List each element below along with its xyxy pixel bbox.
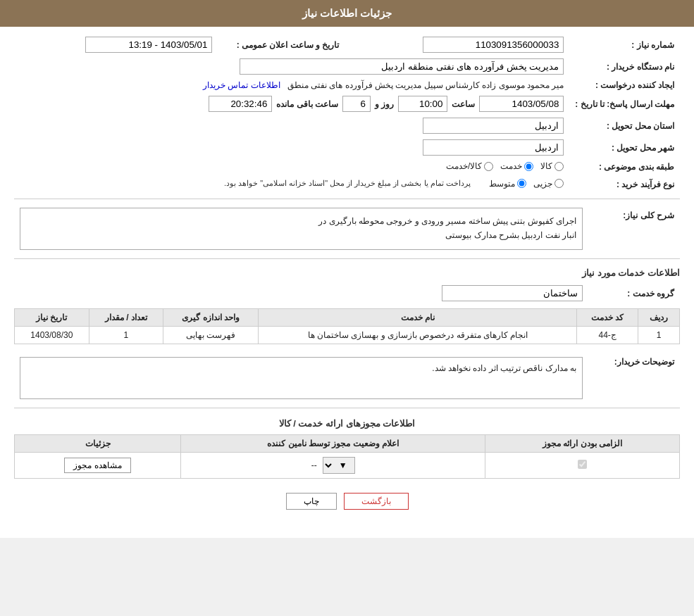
cell-vaziat-td: ▼ -- [181,453,485,479]
rooz-input[interactable] [342,96,371,112]
cell-nam-khedmat: انجام کارهای متفرقه درخصوص بازسازی و بهس… [259,327,577,344]
tabaqe-khedmat-label: خدمت [500,161,522,171]
col-kod-khedmat: کد خدمت [577,309,638,327]
row-nam-dastgah: نام دستگاه خریدار : [14,56,680,77]
col-nam-khedmat: نام خدمت [259,309,577,327]
col-tarikh: تاریخ نیاز [15,309,89,327]
baghi-mande-input[interactable] [209,96,272,112]
license-row: ▼ -- مشاهده مجوز [15,453,680,479]
nave-jozei-item[interactable]: جزیی [533,179,564,189]
goroh-khedmat-value [14,282,588,304]
tabaqe-radio-group: کالا خدمت کالا/خدمت [446,161,564,171]
ostan-tahvil-value [14,115,569,137]
services-data-table: ردیف کد خدمت نام خدمت واحد اندازه گیری ت… [14,308,680,344]
nam-dastgah-value [14,56,569,77]
sharh-niaz-value: اجرای کفپوش بتنی پیش ساخته مسیر ورودی و … [14,205,588,253]
elzami-checkbox [578,460,587,469]
tabaqe-khedmat-item[interactable]: خدمت [500,161,533,171]
nave-farayand-radio-group: جزیی متوسط پرداخت تمام یا بخشی از مبلغ خ… [224,179,564,189]
tavezihat-box: به مدارک ناقص ترتیب اثر داده نخواهد شد. [20,357,583,399]
row-tavezihat: توضیحات خریدار: به مدارک ناقص ترتیب اثر … [14,351,680,402]
tarikh-main-input[interactable] [479,96,564,112]
row-mohlat: مهلت ارسال پاسخ: تا تاریخ : ساعت روز و س… [14,93,680,115]
main-content: شماره نیاز : تاریخ و ساعت اعلان عمومی : … [0,27,694,517]
tavezihat-text: به مدارک ناقص ترتیب اثر داده نخواهد شد. [432,363,576,373]
tavezihat-label: توضیحات خریدار: [588,351,680,402]
mohlat-value: ساعت روز و ساعت باقی مانده [14,93,569,115]
goroh-khedmat-input[interactable] [442,285,583,301]
ijad-konande-text: میر محمود موسوی زاده کارشناس سپیل مدیریت… [287,80,564,90]
tavezihat-value: به مدارک ناقص ترتیب اثر داده نخواهد شد. [14,351,588,402]
tabaqe-kala-radio[interactable] [554,162,564,171]
col-radif: ردیف [638,309,680,327]
cell-elzami [485,453,680,479]
shomare-niaz-label: شماره نیاز : [569,34,680,56]
view-license-button[interactable]: مشاهده مجوز [64,458,130,473]
tabaqe-kala-item[interactable]: کالا [540,161,564,171]
page-title: جزئیات اطلاعات نیاز [302,7,392,19]
goroh-khedmat-label: گروه خدمت : [588,282,680,304]
rooz-label: روز و [375,99,394,109]
tabaqe-kala-label: کالا [540,161,552,171]
ostan-tahvil-label: استان محل تحویل : [569,115,680,137]
col-elzami: الزامی بودن ارائه مجوز [485,435,680,453]
sharh-line2: انبار نفت اردبیل بشرح مدارک بیوستی [26,228,576,242]
tabaqe-value: کالا خدمت کالا/خدمت [14,158,569,176]
print-button[interactable]: چاپ [286,493,337,510]
sharh-niaz-box: اجرای کفپوش بتنی پیش ساخته مسیر ورودی و … [20,208,583,250]
sharh-niaz-label: شرح کلی نیاز: [588,205,680,253]
vaziat-select[interactable]: ▼ [323,457,355,474]
nam-dastgah-input[interactable] [240,58,564,75]
nave-motovaset-radio[interactable] [517,179,526,188]
tamas-kharidar-link[interactable]: اطلاعات تماس خریدار [203,80,280,90]
col-vahed: واحد اندازه گیری [163,309,259,327]
shahr-input[interactable] [423,139,564,156]
cell-joziat: مشاهده مجوز [15,453,181,479]
sharh-niaz-table: شرح کلی نیاز: اجرای کفپوش بتنی پیش ساخته… [14,205,680,253]
tabaqe-khedmat-radio[interactable] [524,162,533,171]
nave-farayand-value: جزیی متوسط پرداخت تمام یا بخشی از مبلغ خ… [14,176,569,194]
nave-jozei-radio[interactable] [554,179,564,188]
tarikh-elan-input[interactable] [85,37,212,53]
saat-input[interactable] [398,96,447,112]
tabaqe-kalakhedmat-radio[interactable] [484,162,493,171]
row-shomare: شماره نیاز : تاریخ و ساعت اعلان عمومی : [14,34,680,56]
shahr-tahvil-value [14,137,569,158]
cell-tarikh: 1403/08/30 [15,327,89,344]
services-table-head: ردیف کد خدمت نام خدمت واحد اندازه گیری ت… [15,309,680,327]
license-table-body: ▼ -- مشاهده مجوز [15,453,680,479]
footer-buttons: بازگشت چاپ [14,493,680,510]
sharh-line1: اجرای کفپوش بتنی پیش ساخته مسیر ورودی و … [26,214,576,228]
saat-label: ساعت [452,99,475,109]
license-table: الزامی بودن ارائه مجوز اعلام وضعیت مجوز … [14,434,680,479]
row-goroh-khedmat: گروه خدمت : [14,282,680,304]
license-table-head: الزامی بودن ارائه مجوز اعلام وضعیت مجوز … [15,435,680,453]
service-section-title: اطلاعات خدمات مورد نیاز [14,268,680,278]
cell-vahed: فهرست بهایی [163,327,259,344]
divider-1 [14,199,680,199]
nave-motovaset-label: متوسط [489,179,515,189]
shahr-tahvil-label: شهر محل تحویل : [569,137,680,158]
mohlat-label: مهلت ارسال پاسخ: تا تاریخ : [569,93,680,115]
ostan-input[interactable] [423,118,564,134]
nave-jozei-label: جزیی [533,179,552,189]
row-ijad-konande: ایجاد کننده درخواست : میر محمود موسوی زا… [14,77,680,93]
services-table-body: 1 ج-44 انجام کارهای متفرقه درخصوص بازساز… [15,327,680,344]
row-ostan: استان محل تحویل : [14,115,680,137]
nave-motovaset-item[interactable]: متوسط [489,179,526,189]
cell-tedad: 1 [89,327,163,344]
col-tedad: تعداد / مقدار [89,309,163,327]
row-sharh: شرح کلی نیاز: اجرای کفپوش بتنی پیش ساخته… [14,205,680,253]
services-header-row: ردیف کد خدمت نام خدمت واحد اندازه گیری ت… [15,309,680,327]
mohlat-row-group: ساعت روز و ساعت باقی مانده [20,96,564,112]
tarikh-elan-value [14,34,218,56]
page-header: جزئیات اطلاعات نیاز [0,0,694,27]
shomare-niaz-input[interactable] [423,37,564,53]
back-button[interactable]: بازگشت [344,493,409,510]
cell-kod: ج-44 [577,327,638,344]
tabaqe-kalakhedmat-item[interactable]: کالا/خدمت [446,161,493,171]
table-row: 1 ج-44 انجام کارهای متفرقه درخصوص بازساز… [15,327,680,344]
row-shahr: شهر محل تحویل : [14,137,680,158]
baghi-mande-label: ساعت باقی مانده [276,99,338,109]
nam-dastgah-label: نام دستگاه خریدار : [569,56,680,77]
